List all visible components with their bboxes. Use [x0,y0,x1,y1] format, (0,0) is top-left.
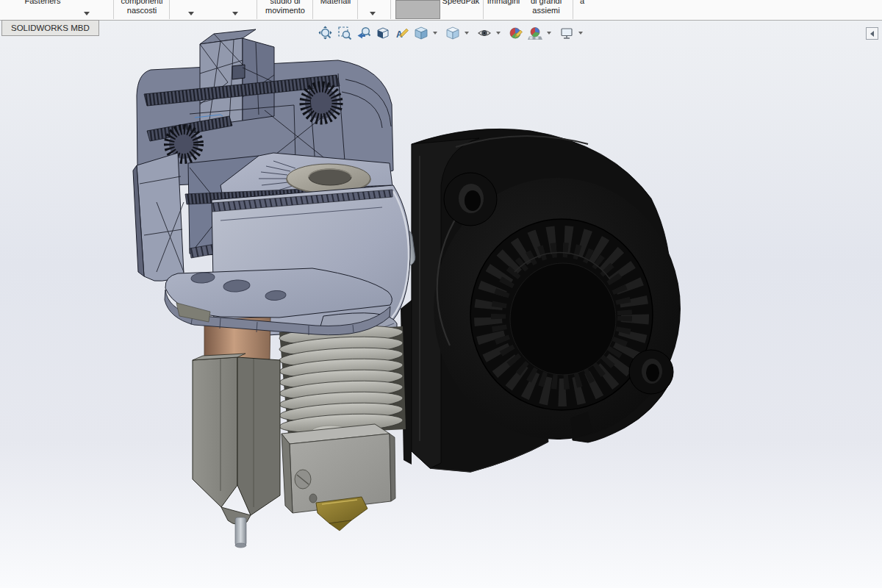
nozzle-pin[interactable] [235,517,246,548]
cmd-item-materials[interactable]: Materiali [314,0,357,20]
toolbar-separator [257,0,257,19]
cmd-label: a [576,0,588,6]
cmd-item-motion-study[interactable]: studio di movimento [258,0,312,20]
collapse-left-arrow-icon [870,31,874,37]
toolbar-separator [573,0,573,19]
cmd-item-hidden-components[interactable]: componenti nascosti [115,0,169,20]
toolbar-separator [312,0,313,19]
cmd-label: Immagini [485,0,522,6]
view-settings-icon[interactable] [557,24,576,42]
cmd-item-large-assemblies[interactable]: di grandi assiemi [520,0,572,20]
toolbar-separator [113,0,114,19]
toolbar-separator [390,0,391,19]
edit-appearance-icon[interactable] [506,24,526,42]
cmd-label: componenti [115,0,169,6]
heads-up-toolbar: A [316,24,584,43]
tab-solidworks-mbd[interactable]: SOLIDWORKS MBD [1,20,99,36]
cmd-label: Materiali [314,0,357,6]
toolbar-gray-placeholder [395,0,440,19]
zoom-to-area-icon[interactable] [335,24,354,42]
flyout-dropdown-caret-icon[interactable] [187,10,196,17]
cmd-label: di grandi [520,0,572,6]
cmd-label: movimento [258,6,312,15]
hide-show-items-caret-icon[interactable] [494,24,502,42]
view-orientation-icon[interactable] [412,24,431,42]
view-settings-caret-icon[interactable] [576,24,584,42]
toolbar-separator [169,0,170,19]
section-view-icon[interactable] [373,24,392,42]
fan-mount-ear-top [444,173,497,226]
display-style-icon[interactable] [443,24,462,42]
cmd-label: studio di [258,0,312,6]
hide-show-items-icon[interactable] [475,24,494,42]
mounting-plate[interactable] [165,268,392,335]
zoom-to-fit-icon[interactable] [316,24,335,42]
toolbar-separator [483,0,484,19]
display-style-caret-icon[interactable] [462,24,470,42]
apply-scene-caret-icon[interactable] [545,24,553,42]
materials-dropdown-caret-icon[interactable] [368,10,377,17]
cmd-item-fasteners[interactable]: Fasteners [7,0,78,20]
toolbar-separator [357,0,358,19]
cmd-item-fragment-a[interactable]: a [576,0,588,20]
heatsink-fins[interactable] [279,323,406,437]
dynamic-annotation-views-icon[interactable]: A [392,24,412,42]
cmd-label: nascosti [115,6,169,15]
cmd-item-images[interactable]: Immagini [485,0,522,20]
command-manager-strip: Fasteners componenti nascosti studio di … [0,0,882,21]
cmd-item-speedpak[interactable]: SpeedPak [440,0,482,20]
cmd-label: Fasteners [7,0,78,6]
fan-mount-ear-bottom [629,350,673,394]
cmd-label: SpeedPak [440,0,482,6]
previous-view-icon[interactable] [354,24,373,42]
collapse-pane-button[interactable] [866,27,878,40]
apply-scene-icon[interactable] [526,24,545,42]
solidworks-window: Fasteners componenti nascosti studio di … [0,0,882,588]
flyout-dropdown-caret-icon[interactable] [231,10,240,17]
view-orientation-caret-icon[interactable] [431,24,439,42]
viewport-3d[interactable] [0,0,882,588]
fasteners-dropdown-caret-icon[interactable] [82,10,91,17]
cmd-label: assiemi [520,6,572,15]
